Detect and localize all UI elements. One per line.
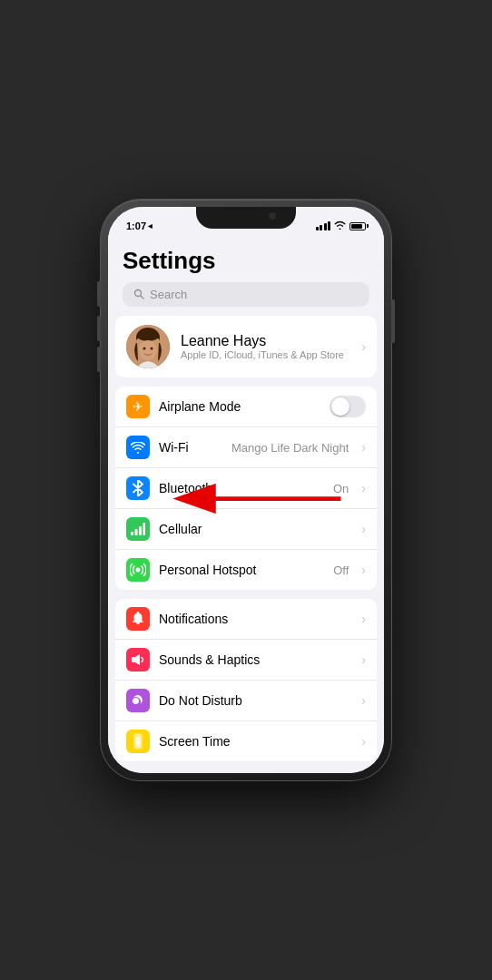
- sounds-chevron: ›: [361, 652, 366, 667]
- battery-icon: [349, 222, 366, 230]
- screen-content[interactable]: Settings Search: [108, 238, 384, 773]
- svg-rect-18: [136, 738, 141, 740]
- cellular-chevron: ›: [361, 522, 366, 536]
- airplane-mode-icon: ✈: [126, 395, 150, 418]
- bluetooth-row[interactable]: Bluetooth On ›: [115, 468, 377, 509]
- dnd-row[interactable]: Do Not Disturb ›: [115, 681, 377, 721]
- svg-point-12: [136, 568, 141, 573]
- dnd-chevron: ›: [361, 693, 366, 708]
- sounds-row[interactable]: Sounds & Haptics ›: [115, 640, 377, 681]
- svg-point-4: [137, 330, 159, 341]
- notch: [196, 207, 296, 229]
- bluetooth-label: Bluetooth: [159, 481, 324, 495]
- phone-frame: 1:07 ◂: [101, 200, 391, 780]
- svg-rect-14: [132, 657, 135, 662]
- hotspot-icon: [126, 558, 150, 582]
- search-placeholder: Search: [150, 288, 187, 301]
- avatar: [126, 325, 170, 368]
- cellular-label: Cellular: [159, 522, 352, 536]
- status-time: 1:07 ◂: [126, 220, 153, 231]
- profile-chevron: ›: [361, 339, 366, 354]
- profile-row[interactable]: Leanne Hays Apple ID, iCloud, iTunes & A…: [115, 316, 377, 377]
- wifi-chevron: ›: [361, 440, 366, 455]
- hotspot-chevron: ›: [361, 563, 366, 577]
- wifi-label: Wi-Fi: [159, 440, 222, 455]
- screen-time-chevron: ›: [361, 734, 366, 749]
- wifi-icon: [334, 220, 346, 231]
- profile-subtitle: Apple ID, iCloud, iTunes & App Store: [181, 349, 350, 360]
- bluetooth-value: On: [333, 482, 349, 495]
- signal-icon: [316, 221, 331, 230]
- status-icons: [316, 220, 367, 231]
- bluetooth-chevron: ›: [361, 481, 366, 495]
- svg-rect-11: [143, 523, 146, 535]
- dnd-icon: [126, 689, 150, 712]
- profile-info: Leanne Hays Apple ID, iCloud, iTunes & A…: [181, 333, 350, 360]
- camera-dot: [269, 212, 276, 220]
- hotspot-value: Off: [333, 564, 349, 577]
- cellular-icon: [126, 517, 150, 541]
- general-section: Notifications › Sounds & Haptics ›: [115, 599, 377, 761]
- settings-header: Settings Search: [108, 238, 384, 316]
- hotspot-row[interactable]: Personal Hotspot Off ›: [115, 550, 377, 590]
- svg-rect-10: [139, 526, 142, 535]
- svg-line-1: [141, 296, 143, 299]
- wifi-row[interactable]: Wi-Fi Mango Life Dark Night ›: [115, 427, 377, 468]
- sounds-icon: [126, 648, 150, 671]
- airplane-mode-row[interactable]: ✈ Airplane Mode: [115, 387, 377, 427]
- page-title: Settings: [123, 247, 369, 275]
- notifications-label: Notifications: [159, 612, 352, 626]
- search-icon: [133, 289, 144, 301]
- airplane-mode-label: Airplane Mode: [159, 399, 320, 414]
- svg-rect-17: [136, 740, 140, 745]
- screen-time-icon: [126, 730, 150, 753]
- profile-name: Leanne Hays: [181, 333, 350, 349]
- connectivity-section: ✈ Airplane Mode: [115, 387, 377, 590]
- wifi-value: Mango Life Dark Night: [231, 441, 349, 455]
- sounds-label: Sounds & Haptics: [159, 652, 352, 667]
- home-indicator: [108, 770, 384, 773]
- notifications-row[interactable]: Notifications ›: [115, 599, 377, 640]
- svg-point-6: [143, 348, 146, 350]
- hotspot-label: Personal Hotspot: [159, 563, 324, 577]
- wifi-setting-icon: [126, 436, 150, 459]
- screen-time-label: Screen Time: [159, 734, 352, 749]
- svg-point-7: [151, 348, 153, 350]
- dnd-label: Do Not Disturb: [159, 693, 352, 708]
- bluetooth-icon: [126, 476, 150, 500]
- cellular-row[interactable]: Cellular ›: [115, 509, 377, 550]
- search-bar[interactable]: Search: [123, 282, 369, 307]
- notifications-chevron: ›: [361, 612, 366, 626]
- svg-rect-9: [135, 529, 138, 535]
- airplane-mode-toggle[interactable]: [330, 396, 366, 417]
- location-icon: ◂: [148, 221, 153, 230]
- svg-point-0: [135, 289, 142, 296]
- svg-rect-8: [131, 532, 133, 535]
- screen-time-row[interactable]: Screen Time ›: [115, 721, 377, 761]
- notifications-icon: [126, 607, 150, 631]
- phone-screen: 1:07 ◂: [108, 207, 384, 773]
- svg-point-5: [139, 340, 157, 360]
